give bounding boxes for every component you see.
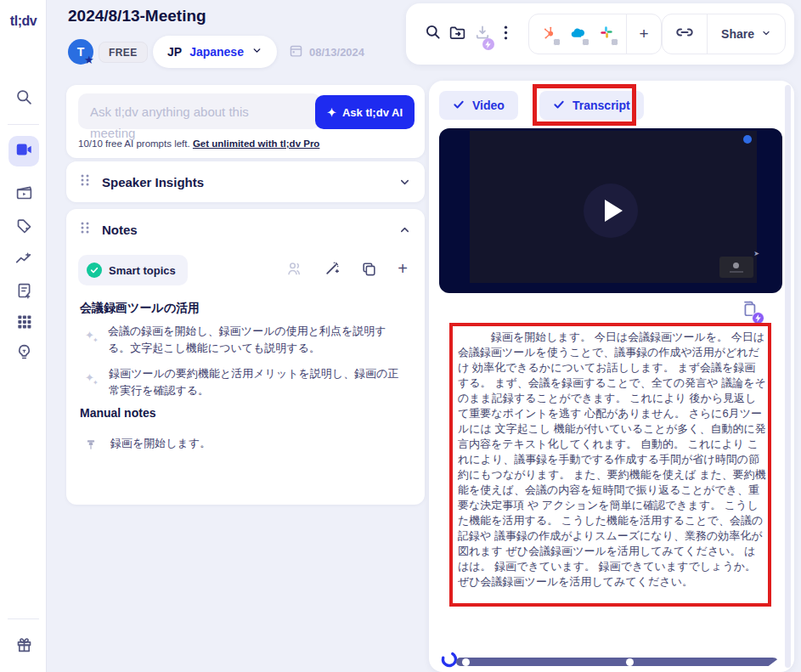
transcript-scrollbar[interactable]	[785, 85, 791, 668]
download-button[interactable]	[473, 21, 490, 47]
ask-ai-input[interactable]: Ask tl;dv anything about this meeting	[78, 93, 321, 129]
slack-integration-button[interactable]	[599, 26, 614, 42]
language-selector[interactable]: JP Japanese	[153, 36, 277, 68]
play-button[interactable]	[584, 184, 638, 238]
pin-icon	[85, 435, 97, 455]
speaker-insights-card: Speaker Insights	[66, 161, 425, 202]
collapse-section-button[interactable]	[398, 223, 411, 236]
pip-caption	[730, 271, 743, 273]
scrubber-marker[interactable]	[626, 658, 634, 666]
check-icon	[453, 99, 465, 113]
speaker-insights-title: Speaker Insights	[102, 175, 204, 189]
expand-section-button[interactable]	[398, 176, 411, 189]
meeting-toolbar: + Share	[406, 3, 794, 65]
cursor-icon: ➤	[753, 250, 759, 257]
move-to-folder-button[interactable]	[448, 21, 466, 47]
integration-status-badge	[611, 38, 618, 46]
add-integration-button[interactable]: +	[627, 14, 661, 54]
media-card: Video Transcript ➤ 録画を開始します。 今日は会議録	[429, 81, 794, 672]
pip-avatar	[733, 263, 739, 268]
share-button[interactable]: Share	[708, 26, 785, 42]
sidebar-item-meetings[interactable]	[8, 136, 39, 167]
ai-sparkle-icon: ✦✦	[85, 365, 95, 399]
chevron-down-icon	[398, 176, 411, 189]
topic-heading: 会議録画ツールの活用	[80, 301, 200, 316]
tab-video-label: Video	[472, 99, 505, 112]
date-text: 08/13/2024	[309, 46, 364, 59]
sidebar-item-apps[interactable]	[8, 308, 39, 338]
plus-icon: +	[640, 25, 649, 43]
salesforce-integration-button[interactable]	[570, 26, 585, 42]
manual-note-item[interactable]: 録画を開始します。	[85, 435, 404, 455]
upgrade-link[interactable]: Get unlimited with tl;dv Pro	[193, 138, 320, 149]
hubspot-integration-button[interactable]	[541, 26, 556, 42]
ai-sparkle-icon: ✦✦	[85, 323, 94, 357]
people-icon	[286, 261, 303, 276]
ai-note-item[interactable]: ✦✦ 録画ツールの要約機能と活用メリットを説明し、録画の正常実行を確認する。	[85, 365, 404, 399]
manual-note-text: 録画を開始します。	[110, 435, 211, 455]
tab-video[interactable]: Video	[439, 91, 518, 120]
timeline-scrubber[interactable]	[456, 658, 780, 666]
ai-wand-button[interactable]	[324, 260, 341, 277]
share-group: Share	[662, 14, 786, 54]
gift-icon	[15, 635, 33, 657]
language-code: JP	[167, 45, 182, 59]
drag-handle-icon[interactable]	[80, 221, 90, 238]
ai-note-text: 会議の録画を開始し、録画ツールの使用と利点を説明する。文字起こし機能についても説…	[108, 323, 404, 357]
search-icon	[15, 88, 33, 110]
grid-apps-icon	[16, 313, 32, 333]
play-icon	[605, 200, 623, 222]
integration-status-badge	[553, 38, 561, 46]
smart-topics-label: Smart topics	[109, 264, 176, 277]
scrubber-marker[interactable]	[462, 658, 470, 666]
recorder-bug-icon	[743, 135, 752, 144]
sidebar-item-clips[interactable]	[8, 178, 39, 209]
ai-note-item[interactable]: ✦✦ 会議の録画を開始し、録画ツールの使用と利点を説明する。文字起こし機能につい…	[85, 323, 404, 357]
film-clip-icon	[15, 184, 33, 205]
tldv-app-window: tl;dv 2024/8/13-Meeting	[0, 0, 801, 672]
page-title: 2024/8/13-Meeting	[68, 7, 206, 25]
kebab-menu-icon	[504, 25, 508, 44]
copy-notes-button[interactable]	[361, 261, 377, 277]
copy-link-button[interactable]	[663, 14, 707, 54]
share-label: Share	[721, 27, 754, 41]
integrations-group: +	[528, 14, 662, 54]
sidebar-divider-bottom	[8, 618, 39, 619]
video-player[interactable]: ➤	[439, 128, 782, 293]
notes-card: Notes Smart topics + 会議録画ツールの活用 ✦✦ 会議の録画…	[66, 209, 425, 505]
integration-status-badge	[582, 38, 589, 46]
sidebar-item-insights[interactable]	[8, 246, 39, 276]
tab-transcript[interactable]: Transcript	[539, 91, 644, 120]
ai-bolt-badge-icon	[752, 312, 764, 325]
notes-title: Notes	[102, 223, 138, 237]
sidebar-divider	[8, 124, 39, 125]
quota-count: 10/10 free AI prompts left.	[78, 138, 193, 149]
plus-icon: +	[398, 260, 408, 277]
transcript-text[interactable]: 録画を開始します。 今日は会議録画ツールを。 今日は会議録画ツールを使うことで、…	[458, 330, 766, 590]
smart-topics-toggle[interactable]: Smart topics	[78, 255, 188, 285]
search-meeting-button[interactable]	[425, 21, 442, 47]
sidebar-item-rewards[interactable]	[8, 630, 39, 661]
more-options-button[interactable]	[498, 21, 515, 47]
manual-notes-heading: Manual notes	[80, 406, 155, 420]
share-notes-button[interactable]	[286, 261, 303, 276]
sidebar-item-search[interactable]	[8, 83, 39, 114]
plan-badge: FREE	[99, 42, 148, 63]
check-circle-icon	[87, 263, 102, 278]
copy-transcript-button[interactable]	[740, 299, 759, 321]
add-note-button[interactable]: +	[398, 260, 408, 277]
tab-transcript-label: Transcript	[573, 99, 630, 112]
avatar-star-icon: ★	[84, 54, 94, 65]
calendar-icon	[289, 43, 303, 60]
sidebar-item-ideas[interactable]	[8, 338, 39, 369]
chevron-down-icon	[251, 44, 262, 59]
sidebar-item-tags[interactable]	[8, 212, 39, 243]
check-icon	[553, 99, 565, 113]
sidebar-item-templates[interactable]	[8, 277, 39, 308]
pip-thumbnail: ➤	[719, 257, 753, 278]
drag-handle-icon[interactable]	[80, 173, 90, 190]
pro-feature-badge-icon	[482, 38, 494, 50]
sparkle-icon: ✦	[327, 107, 336, 118]
ai-note-text: 録画ツールの要約機能と活用メリットを説明し、録画の正常実行を確認する。	[109, 365, 404, 399]
ask-ai-button[interactable]: ✦ Ask tl;dv AI	[315, 95, 415, 129]
